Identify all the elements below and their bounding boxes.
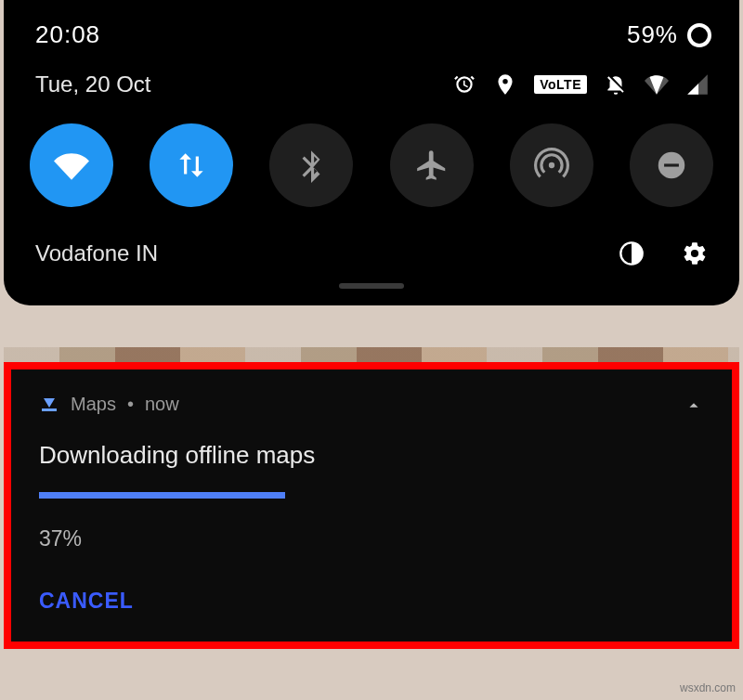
status-bar: 20:08 59% bbox=[4, 0, 739, 58]
bluetooth-icon bbox=[293, 148, 329, 183]
settings-gear-icon[interactable] bbox=[682, 240, 708, 266]
shade-drag-handle[interactable] bbox=[339, 283, 404, 289]
notification-shade: 20:08 59% Tue, 20 Oct VoLTE bbox=[4, 0, 739, 305]
battery-ring-icon bbox=[687, 23, 711, 47]
maps-download-notification[interactable]: Maps • now Downloading offline maps 37% … bbox=[11, 369, 732, 642]
svg-rect-1 bbox=[664, 163, 679, 166]
bell-off-icon bbox=[604, 72, 628, 97]
notification-time: now bbox=[145, 394, 179, 415]
dnd-icon bbox=[654, 148, 689, 183]
date-row: Tue, 20 Oct VoLTE bbox=[4, 58, 739, 101]
airplane-icon bbox=[414, 148, 450, 183]
background-photo-strip bbox=[4, 347, 739, 362]
progress-track bbox=[39, 492, 704, 499]
chevron-up-icon[interactable] bbox=[684, 395, 704, 415]
cell-signal-icon bbox=[685, 72, 710, 97]
quick-settings-tiles bbox=[4, 101, 739, 213]
tile-bluetooth[interactable] bbox=[269, 123, 353, 207]
data-arrows-icon bbox=[174, 148, 209, 183]
progress-percent: 37% bbox=[39, 526, 704, 551]
tile-mobile-data[interactable] bbox=[150, 123, 233, 207]
clock: 20:08 bbox=[35, 20, 100, 49]
progress-bar bbox=[39, 492, 285, 499]
edit-tiles-icon[interactable] bbox=[619, 240, 645, 266]
carrier-row: Vodafone IN bbox=[4, 213, 739, 270]
wifi-icon bbox=[54, 148, 89, 183]
download-app-icon bbox=[39, 395, 59, 415]
tile-dnd[interactable] bbox=[630, 123, 713, 207]
cancel-button[interactable]: CANCEL bbox=[39, 589, 134, 614]
watermark: wsxdn.com bbox=[680, 681, 736, 694]
tile-hotspot[interactable] bbox=[510, 123, 593, 207]
hotspot-icon bbox=[534, 148, 569, 183]
notification-title: Downloading offline maps bbox=[39, 441, 704, 470]
volte-badge: VoLTE bbox=[534, 75, 587, 94]
date-text: Tue, 20 Oct bbox=[35, 71, 151, 97]
wifi-signal-icon bbox=[645, 72, 669, 97]
notification-app-name: Maps bbox=[71, 394, 116, 415]
highlighted-notification: Maps • now Downloading offline maps 37% … bbox=[4, 362, 739, 649]
carrier-name: Vodafone IN bbox=[35, 240, 158, 266]
status-icon-strip: VoLTE bbox=[452, 72, 710, 97]
alarm-icon bbox=[452, 72, 476, 97]
screen-frame: 20:08 59% Tue, 20 Oct VoLTE bbox=[0, 0, 743, 700]
notification-separator: • bbox=[127, 394, 134, 415]
notification-header: Maps • now bbox=[39, 394, 704, 415]
battery-percent: 59% bbox=[627, 20, 678, 49]
tile-airplane[interactable] bbox=[390, 123, 474, 207]
location-icon bbox=[493, 72, 517, 97]
tile-wifi[interactable] bbox=[30, 123, 113, 207]
